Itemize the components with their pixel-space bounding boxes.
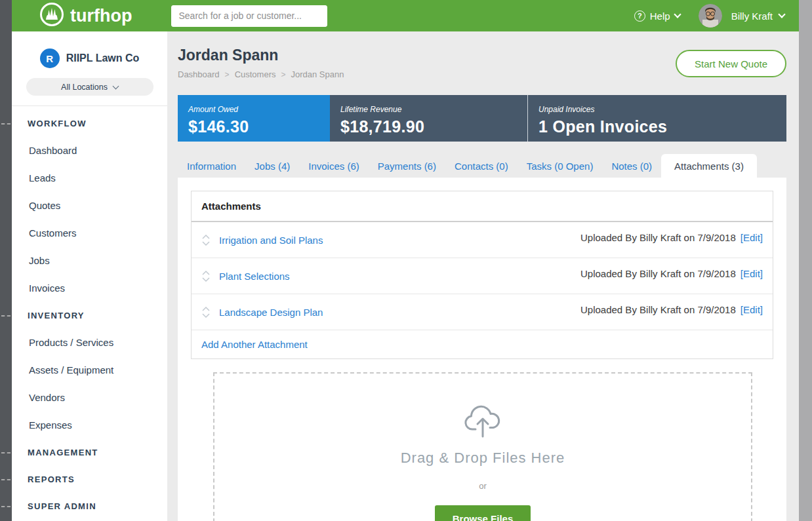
sidebar-nav: WORKFLOW Dashboard Leads Quotes Customer… — [12, 106, 167, 520]
attachments-card: Attachments Irrigation and Soil Plans Up… — [191, 191, 773, 359]
sidebar-item-jobs[interactable]: Jobs — [12, 247, 167, 275]
attachments-tab-panel: Attachments Irrigation and Soil Plans Up… — [178, 178, 786, 521]
attachment-row: Plant Selections Uploaded By Billy Kraft… — [192, 258, 773, 294]
global-search — [171, 5, 327, 27]
page-title: Jordan Spann — [178, 46, 344, 64]
page-header: Jordan Spann Dashboard > Customers > Jor… — [178, 46, 786, 79]
chevron-down-icon — [112, 83, 119, 89]
user-avatar[interactable] — [699, 4, 722, 28]
top-navbar: turfhop ? Help — [12, 0, 799, 31]
stat-label: Unpaid Invoices — [538, 105, 786, 114]
file-dropzone[interactable]: Drag & Drop Files Here or Browse Files — [213, 372, 752, 521]
add-attachment-link[interactable]: Add Another Attachment — [192, 330, 773, 358]
stat-value: $146.30 — [188, 117, 330, 136]
cloud-upload-icon — [464, 405, 502, 440]
breadcrumb-separator: > — [281, 70, 285, 79]
breadcrumb: Dashboard > Customers > Jordan Spann — [178, 69, 344, 79]
stat-label: Lifetime Revenue — [340, 105, 527, 114]
move-up-icon[interactable] — [201, 234, 211, 239]
reorder-control — [201, 234, 211, 246]
sidebar-item-expenses[interactable]: Expenses — [12, 412, 167, 439]
main-content: Jordan Spann Dashboard > Customers > Jor… — [167, 31, 799, 521]
tab-contacts[interactable]: Contacts (0) — [445, 154, 518, 178]
user-menu[interactable]: Billy Kraft — [731, 10, 784, 22]
app-window: turfhop ? Help — [12, 0, 799, 521]
nav-section-workflow[interactable]: WORKFLOW — [12, 110, 167, 137]
customer-stats-bar: Amount Owed $146.30 Lifetime Revenue $18… — [178, 95, 786, 142]
sidebar-item-leads[interactable]: Leads — [12, 164, 167, 192]
stat-amount-owed: Amount Owed $146.30 — [178, 95, 330, 142]
edit-attachment-link[interactable]: [Edit] — [741, 232, 763, 243]
sidebar: R RIIPL Lawn Co All Locations WORKFLOW D… — [12, 31, 167, 521]
sidebar-item-vendors[interactable]: Vendors — [12, 384, 167, 412]
stat-label: Amount Owed — [188, 105, 330, 114]
stat-value: $18,719.90 — [340, 117, 527, 136]
help-label: Help — [650, 10, 670, 22]
attachment-row: Landscape Design Plan Uploaded By Billy … — [192, 294, 773, 330]
chevron-down-icon — [674, 10, 681, 18]
attachment-link[interactable]: Irrigation and Soil Plans — [219, 235, 323, 246]
tab-tasks[interactable]: Tasks (0 Open) — [518, 154, 603, 178]
move-up-icon[interactable] — [201, 270, 211, 275]
attachment-meta: Uploaded By Billy Kraft on 7/9/2018 [Edi… — [580, 301, 763, 315]
tab-information[interactable]: Information — [178, 154, 245, 178]
browse-files-button[interactable]: Browse Files — [435, 505, 531, 521]
sidebar-item-customers[interactable]: Customers — [12, 220, 167, 247]
attachment-row: Irrigation and Soil Plans Uploaded By Bi… — [192, 222, 773, 258]
breadcrumb-dashboard[interactable]: Dashboard — [178, 69, 220, 79]
move-down-icon[interactable] — [201, 277, 211, 282]
search-input[interactable] — [171, 5, 327, 27]
sidebar-item-products-services[interactable]: Products / Services — [12, 329, 167, 357]
location-selector-value: All Locations — [61, 83, 108, 92]
company-logo-badge: R — [40, 48, 60, 68]
left-edge-strip — [0, 0, 12, 521]
nav-section-management[interactable]: MANAGEMENT — [12, 439, 167, 466]
attachment-link[interactable]: Landscape Design Plan — [219, 307, 323, 318]
move-up-icon[interactable] — [201, 306, 211, 311]
attachment-meta: Uploaded By Billy Kraft on 7/9/2018 [Edi… — [580, 229, 763, 243]
move-down-icon[interactable] — [201, 313, 211, 318]
turfhop-grass-icon — [39, 2, 64, 29]
stat-value: 1 Open Invoices — [538, 117, 786, 136]
topbar-right-group: ? Help — [634, 4, 784, 28]
tab-notes[interactable]: Notes (0) — [602, 154, 661, 178]
move-down-icon[interactable] — [201, 241, 211, 246]
edit-attachment-link[interactable]: [Edit] — [741, 304, 763, 315]
reorder-control — [201, 306, 211, 318]
attachment-link[interactable]: Plant Selections — [219, 271, 290, 282]
app-logo[interactable]: turfhop — [39, 2, 132, 29]
tab-attachments[interactable]: Attachments (3) — [661, 154, 757, 178]
customer-tabs: Information Jobs (4) Invoices (6) Paymen… — [178, 154, 786, 178]
location-selector[interactable]: All Locations — [26, 78, 153, 96]
stat-lifetime-revenue: Lifetime Revenue $18,719.90 — [330, 95, 527, 142]
sidebar-item-dashboard[interactable]: Dashboard — [12, 137, 167, 164]
tab-jobs[interactable]: Jobs (4) — [245, 154, 299, 178]
edit-attachment-link[interactable]: [Edit] — [741, 268, 763, 279]
uploaded-by-text: Uploaded By Billy Kraft on 7/9/2018 — [580, 268, 736, 279]
dropzone-heading: Drag & Drop Files Here — [401, 450, 565, 467]
nav-section-reports[interactable]: REPORTS — [12, 466, 167, 493]
uploaded-by-text: Uploaded By Billy Kraft on 7/9/2018 — [580, 304, 736, 315]
sidebar-item-quotes[interactable]: Quotes — [12, 192, 167, 220]
company-name: RIIPL Lawn Co — [66, 52, 140, 64]
nav-section-super-admin[interactable]: SUPER ADMIN — [12, 493, 167, 520]
reorder-control — [201, 270, 211, 282]
breadcrumb-separator: > — [225, 70, 230, 79]
attachment-meta: Uploaded By Billy Kraft on 7/9/2018 [Edi… — [580, 265, 763, 279]
sidebar-item-invoices[interactable]: Invoices — [12, 275, 167, 302]
breadcrumb-current: Jordan Spann — [291, 69, 344, 79]
attachments-card-title: Attachments — [192, 191, 773, 222]
breadcrumb-customers[interactable]: Customers — [235, 69, 276, 79]
help-icon: ? — [634, 10, 645, 22]
help-menu[interactable]: ? Help — [634, 10, 680, 22]
tab-invoices[interactable]: Invoices (6) — [299, 154, 369, 178]
dropzone-or-text: or — [479, 481, 487, 491]
nav-section-inventory[interactable]: INVENTORY — [12, 302, 167, 329]
start-new-quote-button[interactable]: Start New Quote — [676, 50, 786, 77]
sidebar-item-assets-equipment[interactable]: Assets / Equipment — [12, 357, 167, 384]
tab-payments[interactable]: Payments (6) — [369, 154, 445, 178]
user-name-label: Billy Kraft — [731, 10, 773, 22]
scrollbar-track[interactable] — [799, 0, 812, 521]
company-brand: R RIIPL Lawn Co — [12, 31, 167, 68]
stat-unpaid-invoices: Unpaid Invoices 1 Open Invoices — [527, 95, 786, 142]
